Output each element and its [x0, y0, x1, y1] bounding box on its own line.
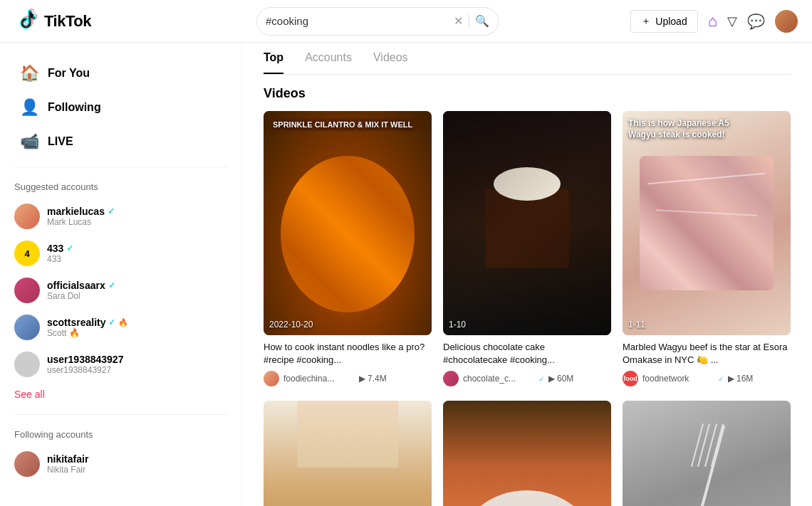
- channel-name-2: chocolate_c...: [463, 374, 534, 384]
- account-name-scottsreality: scottsreality ✓ 🔥: [47, 317, 128, 328]
- account-handle-scottsreality: Scott 🔥: [47, 328, 128, 338]
- account-name-nikitafair: nikitafair: [47, 453, 88, 465]
- video-date-3: 1-11: [628, 320, 645, 330]
- plus-icon: ＋: [641, 15, 651, 28]
- search-bar-wrapper: ✕ 🔍: [157, 7, 598, 36]
- play-icon-2: ▶: [548, 374, 555, 384]
- avatar-officialsaarx: [14, 278, 40, 303]
- search-icon[interactable]: 🔍: [475, 14, 489, 28]
- video-channel-2: chocolate_c... ✓ ▶ 60M: [443, 371, 611, 386]
- video-views-3: ▶ 16M: [728, 374, 753, 384]
- user-avatar[interactable]: [775, 10, 798, 33]
- video-meta-1: How to cook instant noodles like a pro? …: [264, 335, 432, 389]
- account-name-officialsaarx: officialsaarx ✓: [47, 280, 115, 291]
- channel-verified-3: ✓: [718, 375, 724, 383]
- verified-icon-scotts: ✓: [108, 317, 115, 327]
- play-icon-3: ▶: [728, 374, 734, 384]
- avatar-433: 4: [14, 241, 40, 266]
- home-icon: 🏠: [20, 64, 39, 83]
- video-card-5[interactable]: ChickenPaprikash: [443, 401, 611, 506]
- play-icon-1: ▶: [359, 374, 365, 384]
- verified-icon-saarx: ✓: [108, 280, 115, 290]
- tab-top[interactable]: Top: [264, 51, 283, 74]
- video-views-1: ▶ 7.4M: [359, 374, 387, 384]
- account-name-markielucas: markielucas ✓: [47, 206, 115, 217]
- video-date-1: 2022-10-20: [269, 320, 313, 330]
- sidebar-divider: [14, 167, 227, 167]
- video-card-3[interactable]: This is how Japanese A5Wagyu steak is co…: [623, 111, 791, 389]
- video-meta-3: Marbled Wagyu beef is the star at Esora …: [623, 335, 791, 389]
- verified-icon: ✓: [108, 206, 115, 216]
- video-card-4[interactable]: Beefhot sandwich: [264, 401, 432, 506]
- video-card-2[interactable]: 1-10 Delicious chocolate cake #chocolate…: [443, 111, 611, 389]
- account-info-nikitafair: nikitafair Nikita Fair: [47, 453, 88, 475]
- account-info-markielucas: markielucas ✓ Mark Lucas: [47, 206, 115, 227]
- tab-videos[interactable]: Videos: [373, 51, 408, 74]
- sidebar: 🏠 For You 👤 Following 📹 LIVE Suggested a…: [0, 43, 242, 506]
- sidebar-item-following[interactable]: 👤 Following: [6, 91, 236, 124]
- video-channel-1: foodiechina... ▶ 7.4M: [264, 371, 432, 386]
- video-channel-3: food foodnetwork ✓ ▶ 16M: [623, 371, 791, 386]
- video-thumbnail-1: SPRINKLE CILANTRO & MIX IT WELL 2022-10-…: [264, 111, 432, 335]
- video-thumbnail-2: 1-10: [443, 111, 611, 335]
- sidebar-account-scottsreality[interactable]: scottsreality ✓ 🔥 Scott 🔥: [0, 309, 241, 346]
- video-overlay-text-3: This is how Japanese A5Wagyu steak is co…: [628, 118, 785, 140]
- account-handle-user1938843927: user1938843927: [47, 365, 123, 375]
- video-title-3: Marbled Wagyu beef is the star at Esora …: [623, 341, 791, 367]
- avatar-nikitafair: [14, 451, 40, 477]
- main-content: Top Accounts Videos Videos SPRINKLE CILA…: [242, 43, 812, 506]
- sidebar-account-markielucas[interactable]: markielucas ✓ Mark Lucas: [0, 198, 241, 235]
- account-name-user1938843927: user1938843927: [47, 354, 123, 365]
- logo-text: TikTok: [44, 12, 91, 31]
- inbox-icon[interactable]: ⌂: [708, 12, 717, 31]
- suggested-accounts-title: Suggested accounts: [0, 176, 241, 198]
- video-thumbnail-5: ChickenPaprikash: [443, 401, 611, 506]
- sidebar-label-live: LIVE: [48, 135, 73, 148]
- video-meta-2: Delicious chocolate cake #chocolatecake …: [443, 335, 611, 389]
- avatar-user1938843927: [14, 352, 40, 377]
- account-info-user1938843927: user1938843927 user1938843927: [47, 354, 123, 375]
- sidebar-account-officialsaarx[interactable]: officialsaarx ✓ Sara Dol: [0, 272, 241, 309]
- upload-label: Upload: [655, 16, 687, 27]
- main-layout: 🏠 For You 👤 Following 📹 LIVE Suggested a…: [0, 43, 812, 506]
- sidebar-account-433[interactable]: 4 433 ✓ 433: [0, 235, 241, 272]
- video-title-2: Delicious chocolate cake #chocolatecake …: [443, 341, 611, 367]
- video-card-6[interactable]: [623, 401, 791, 506]
- fire-icon: 🔥: [118, 318, 128, 327]
- account-handle-433: 433: [47, 254, 73, 264]
- sidebar-divider-2: [14, 414, 227, 415]
- channel-verified-2: ✓: [538, 375, 544, 383]
- channel-name-1: foodiechina...: [283, 374, 355, 384]
- video-grid: SPRINKLE CILANTRO & MIX IT WELL 2022-10-…: [264, 111, 791, 506]
- navigation-icon[interactable]: ▽: [727, 14, 737, 29]
- account-handle-officialsaarx: Sara Dol: [47, 291, 115, 301]
- account-name-433: 433 ✓: [47, 243, 73, 254]
- sidebar-account-nikitafair[interactable]: nikitafair Nikita Fair: [0, 446, 241, 483]
- search-input[interactable]: [266, 15, 448, 27]
- sidebar-label-for-you: For You: [48, 67, 90, 80]
- video-views-2: ▶ 60M: [548, 374, 573, 384]
- tab-accounts[interactable]: Accounts: [305, 51, 352, 74]
- messages-icon[interactable]: 💬: [747, 13, 765, 30]
- see-all-button[interactable]: See all: [0, 383, 241, 406]
- video-thumbnail-6: [623, 401, 791, 506]
- sidebar-item-for-you[interactable]: 🏠 For You: [6, 57, 236, 90]
- clear-search-icon[interactable]: ✕: [454, 14, 463, 28]
- upload-button[interactable]: ＋ Upload: [630, 10, 697, 33]
- header: TikTok ✕ 🔍 ＋ Upload ⌂ ▽ 💬: [0, 0, 812, 43]
- channel-name-3: foodnetwork: [642, 374, 714, 384]
- video-overlay-text-1: SPRINKLE CILANTRO & MIX IT WELL: [269, 118, 426, 131]
- search-bar: ✕ 🔍: [256, 7, 499, 36]
- tiktok-logo-icon[interactable]: [14, 9, 40, 34]
- sidebar-account-user1938843927[interactable]: user1938843927 user1938843927: [0, 346, 241, 383]
- video-title-1: How to cook instant noodles like a pro? …: [264, 341, 432, 367]
- account-handle-markielucas: Mark Lucas: [47, 217, 115, 227]
- sidebar-item-live[interactable]: 📹 LIVE: [6, 125, 236, 158]
- account-info-433: 433 ✓ 433: [47, 243, 73, 264]
- account-handle-nikitafair: Nikita Fair: [47, 465, 88, 475]
- following-accounts-title: Following accounts: [0, 423, 241, 446]
- following-icon: 👤: [20, 98, 39, 117]
- channel-avatar-2: [443, 371, 459, 386]
- videos-section-label: Videos: [264, 86, 791, 101]
- video-card-1[interactable]: SPRINKLE CILANTRO & MIX IT WELL 2022-10-…: [264, 111, 432, 389]
